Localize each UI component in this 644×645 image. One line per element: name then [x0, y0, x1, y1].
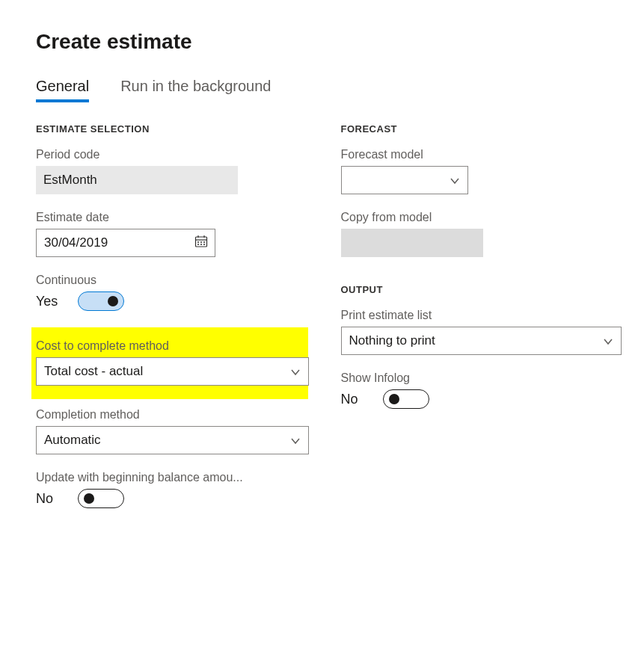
estimate-date-value: 30/04/2019 — [44, 235, 108, 250]
tab-run-background[interactable]: Run in the background — [120, 78, 271, 102]
completion-method-value: Automatic — [44, 433, 101, 448]
print-list-value: Nothing to print — [349, 333, 435, 348]
update-balance-toggle[interactable] — [78, 489, 124, 508]
section-estimate-selection: ESTIMATE SELECTION — [36, 123, 304, 135]
forecast-model-select[interactable] — [341, 166, 468, 194]
cost-method-select[interactable]: Total cost - actual — [36, 357, 309, 386]
cost-method-highlight: Cost to complete method Total cost - act… — [31, 327, 308, 399]
cost-method-label: Cost to complete method — [36, 339, 304, 353]
completion-method-label: Completion method — [36, 408, 304, 422]
period-code-label: Period code — [36, 148, 304, 161]
chevron-down-icon — [603, 336, 613, 346]
chevron-down-icon — [290, 435, 301, 445]
section-forecast: FORECAST — [341, 123, 609, 135]
update-balance-state: No — [36, 491, 63, 507]
section-output: OUTPUT — [341, 284, 609, 295]
cost-method-value: Total cost - actual — [44, 364, 143, 379]
period-code-value: EstMonth — [43, 173, 97, 188]
copy-from-model-label: Copy from model — [341, 211, 609, 224]
show-infolog-state: No — [341, 392, 368, 407]
copy-from-model-input — [341, 229, 483, 257]
period-code-input[interactable]: EstMonth — [36, 166, 238, 194]
continuous-label: Continuous — [36, 274, 304, 287]
tab-general[interactable]: General — [36, 78, 89, 102]
estimate-date-input[interactable]: 30/04/2019 — [36, 229, 215, 257]
chevron-down-icon — [290, 366, 301, 377]
tabs: General Run in the background — [36, 78, 608, 102]
page-title: Create estimate — [36, 30, 608, 54]
show-infolog-label: Show Infolog — [341, 371, 609, 385]
continuous-toggle[interactable] — [78, 291, 124, 311]
print-list-label: Print estimate list — [341, 309, 609, 322]
left-column: ESTIMATE SELECTION Period code EstMonth … — [36, 123, 304, 525]
print-list-select[interactable]: Nothing to print — [341, 327, 622, 355]
forecast-model-label: Forecast model — [341, 148, 609, 161]
completion-method-select[interactable]: Automatic — [36, 426, 309, 454]
chevron-down-icon — [450, 175, 460, 185]
show-infolog-toggle[interactable] — [383, 389, 429, 409]
continuous-state: Yes — [36, 294, 63, 309]
calendar-icon[interactable] — [194, 234, 209, 252]
estimate-date-label: Estimate date — [36, 211, 304, 224]
update-balance-label: Update with beginning balance amou... — [36, 471, 304, 484]
right-column: FORECAST Forecast model Copy from model … — [341, 123, 609, 525]
